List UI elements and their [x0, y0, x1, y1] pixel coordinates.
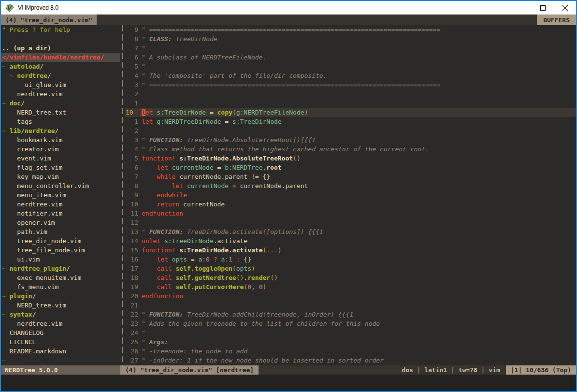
- tree-item[interactable]: [1, 34, 120, 44]
- code-line[interactable]: 9" =====================================…: [125, 25, 576, 34]
- code-line[interactable]: 3" =====================================…: [125, 80, 576, 89]
- vim-logo-icon: [5, 3, 14, 12]
- code-line[interactable]: 24": [125, 328, 576, 337]
- tree-item[interactable]: .. (up a dir): [1, 44, 120, 53]
- code-line[interactable]: 7 while currentNode.parent != {}: [125, 172, 576, 181]
- tree-item[interactable]: flag_set.vim: [1, 163, 120, 172]
- statusline: NERDTree 5.0.0 (4) "tree_dir_node.vim" […: [1, 365, 576, 375]
- tree-item[interactable]: tags: [1, 117, 120, 126]
- code-line[interactable]: 6 let currentNode = b:NERDTree.root: [125, 163, 576, 172]
- code-line[interactable]: 4" Class method that returns the highest…: [125, 145, 576, 154]
- tree-item[interactable]: NERD_tree.vim: [1, 301, 120, 310]
- code-line[interactable]: 15function! s:TreeDirNode.activate(...): [125, 246, 576, 255]
- minimize-button[interactable]: [509, 1, 532, 15]
- tree-item[interactable]: tree_dir_node.vim: [1, 236, 120, 246]
- code-line[interactable]: 1let g:NERDTreeDirNode = s:TreeDirNode: [125, 117, 576, 126]
- code-line-current[interactable]: 10let s:TreeDirNode = copy(g:NERDTreeFil…: [125, 108, 576, 117]
- code-line[interactable]: 19 call self.putCursorHere(0, 0): [125, 282, 576, 291]
- code-line[interactable]: 10 return currentNode: [125, 200, 576, 209]
- tree-item[interactable]: creator.vim: [1, 145, 120, 154]
- line-number: 9: [125, 25, 138, 34]
- code-line[interactable]: 1: [125, 99, 576, 108]
- tree-item[interactable]: NERD_tree.txt: [1, 108, 120, 117]
- code-line[interactable]: 11endfunction: [125, 209, 576, 218]
- code-line[interactable]: 14unlet s:TreeDirNode.activate: [125, 236, 576, 246]
- tree-item[interactable]: README.markdown: [1, 347, 120, 356]
- tree-item[interactable]: opener.vim: [1, 218, 120, 227]
- tree-item[interactable]: CHANGELOG: [1, 328, 120, 337]
- code-line[interactable]: 5function! s:TreeDirNode.AbsoluteTreeRoo…: [125, 154, 576, 163]
- command-line[interactable]: [1, 375, 576, 391]
- tab-tree-dir-node[interactable]: (4) "tree_dir_node.vim": [1, 15, 97, 25]
- tree-item[interactable]: exec_menuitem.vim: [1, 273, 120, 282]
- code-line[interactable]: 23" Adds the given treenode to the list …: [125, 319, 576, 328]
- code-line[interactable]: 5": [125, 62, 576, 71]
- statusline-right-items: dos | latin1 | tw=78 | vim: [259, 365, 506, 375]
- tree-item[interactable]: path.vim: [1, 227, 120, 236]
- editor-pane[interactable]: 9" =====================================…: [125, 25, 576, 365]
- code-line[interactable]: 26" -treenode: the node to add: [125, 347, 576, 356]
- code-line[interactable]: 27" -inOrder: 1 if the new node should b…: [125, 356, 576, 365]
- tree-item[interactable]: nerdtree.vim: [1, 200, 120, 209]
- line-number: 11: [125, 209, 138, 218]
- code-line[interactable]: 2: [125, 126, 576, 135]
- tree-item[interactable]: key_map.vim: [1, 172, 120, 181]
- tree-item[interactable]: ~ nerdtree/: [1, 71, 120, 80]
- nerdtree-pane[interactable]: " Press ? for help.. (up a dir)</vimfile…: [1, 25, 120, 365]
- tree-item[interactable]: ~ lib/nerdtree/: [1, 126, 120, 135]
- titlebar: Vi IMproved 8.0: [1, 1, 576, 15]
- tree-item[interactable]: " Press ? for help: [1, 25, 120, 34]
- tree-item[interactable]: tree_file_node.vim: [1, 246, 120, 255]
- buffers-label: BUFFERS: [537, 15, 576, 25]
- tree-item[interactable]: ~ doc/: [1, 99, 120, 108]
- code-line[interactable]: 13" FUNCTION: TreeDirNode.activate([opti…: [125, 227, 576, 236]
- line-number: 7: [125, 44, 138, 53]
- line-number: 2: [125, 126, 138, 135]
- tree-item[interactable]: menu_item.vim: [1, 190, 120, 200]
- tree-item[interactable]: ~ syntax/: [1, 310, 120, 319]
- code-line[interactable]: 2: [125, 89, 576, 99]
- close-button[interactable]: [554, 1, 576, 15]
- code-line[interactable]: 9 endwhile: [125, 190, 576, 200]
- line-number: 22: [125, 310, 138, 319]
- tree-item[interactable]: fs_menu.vim: [1, 282, 120, 291]
- line-number: 18: [125, 273, 138, 282]
- tree-item[interactable]: ~: [1, 356, 120, 365]
- code-line[interactable]: 6" A subclass of NERDTreeFileNode.: [125, 53, 576, 62]
- line-number: 4: [125, 145, 138, 154]
- tree-item[interactable]: ~ nerdtree_plugin/: [1, 264, 120, 273]
- code-line[interactable]: 8 let currentNode = currentNode.parent: [125, 181, 576, 190]
- tree-item[interactable]: bookmark.vim: [1, 135, 120, 145]
- window-separator[interactable]: [120, 25, 125, 365]
- code-line[interactable]: 18 call self.getNerdtree().render(): [125, 273, 576, 282]
- code-line[interactable]: 4" The 'composite' part of the file/dir …: [125, 71, 576, 80]
- tree-item[interactable]: ui.vim: [1, 255, 120, 264]
- tree-item[interactable]: ui_glue.vim: [1, 80, 120, 89]
- line-number: 15: [125, 246, 138, 255]
- maximize-button[interactable]: [532, 1, 554, 15]
- code-line[interactable]: 8" CLASS: TreeDirNode: [125, 34, 576, 44]
- code-line[interactable]: 25" Args:: [125, 337, 576, 347]
- code-line[interactable]: 7": [125, 44, 576, 53]
- tree-item[interactable]: event.vim: [1, 154, 120, 163]
- code-line[interactable]: 21: [125, 301, 576, 310]
- tree-item[interactable]: menu_controller.vim: [1, 181, 120, 190]
- line-number: 21: [125, 301, 138, 310]
- tree-item[interactable]: ~ autoload/: [1, 62, 120, 71]
- line-number: 16: [125, 255, 138, 264]
- code-line[interactable]: 20endfunction: [125, 291, 576, 301]
- code-line[interactable]: 16 let opts = a:0 ? a:1 : {}: [125, 255, 576, 264]
- code-line[interactable]: 22" FUNCTION: TreeDirNode.addChild(treen…: [125, 310, 576, 319]
- line-number: 8: [125, 34, 138, 44]
- code-line[interactable]: 12: [125, 218, 576, 227]
- tree-item[interactable]: notifier.vim: [1, 209, 120, 218]
- tree-item[interactable]: nerdtree.vim: [1, 89, 120, 99]
- code-line[interactable]: 17 call self.toggleOpen(opts): [125, 264, 576, 273]
- tree-item[interactable]: LICENCE: [1, 337, 120, 347]
- tree-item[interactable]: nerdtree.vim: [1, 319, 120, 328]
- line-number: 6: [125, 163, 138, 172]
- tree-item[interactable]: </vimfiles/bundle/nerdtree/: [1, 53, 120, 62]
- tree-item[interactable]: ~ plugin/: [1, 291, 120, 301]
- code-line[interactable]: 3" FUNCTION: TreeDirNode.AbsoluteTreeRoo…: [125, 135, 576, 145]
- line-number: 7: [125, 172, 138, 181]
